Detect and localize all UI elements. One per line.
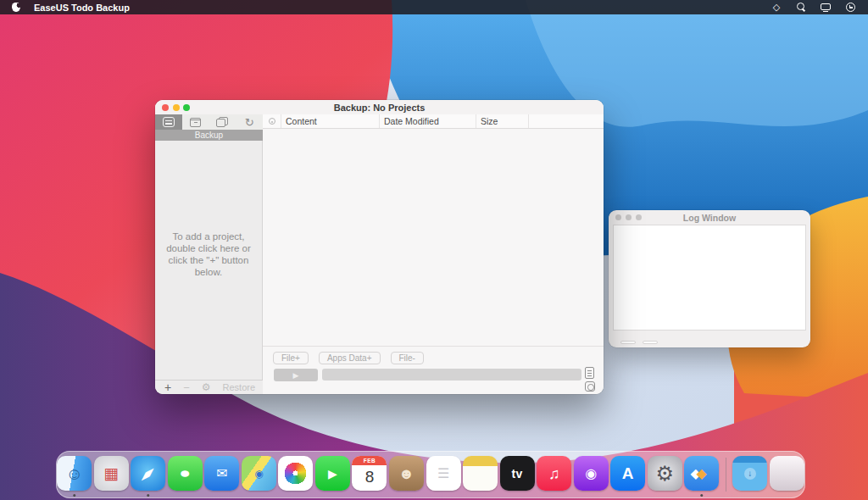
dock-item-mail[interactable]: ✉ [204,451,240,498]
dock-icon[interactable]: ↓ [732,456,767,491]
dock-item-appstore[interactable]: A [610,451,646,498]
log-window: Log Window [609,210,810,347]
dock-item-reminders[interactable]: ☰ [426,451,461,498]
file-plus-button[interactable]: File+ [273,352,309,364]
dock-item-finder[interactable]: ☺ [57,451,92,498]
dock-item-trash[interactable] [770,451,805,498]
log-footer-button[interactable] [643,341,658,344]
apps-data-plus-button[interactable]: Apps Data+ [319,352,381,364]
status-circle-icon [269,118,275,125]
app-glyph-icon: ⚙ [655,464,674,484]
app-glyph-icon: ◆ [697,467,707,481]
content-list-area[interactable] [263,130,604,346]
schedule-clock-icon[interactable] [585,381,595,392]
window-title: Backup: No Projects [334,103,426,113]
dock-item-calendar[interactable]: FEB 8 [352,451,387,498]
status-column-header[interactable] [263,114,281,128]
calendar-day-label: 8 [365,468,375,486]
dock-icon[interactable]: ▶ [315,456,350,491]
dock-item-photos[interactable] [278,451,314,498]
app-glyph-icon: ☺ [66,465,83,482]
settings-gear-icon[interactable]: ⚙ [202,382,211,392]
title-bar[interactable]: Backup: No Projects [155,100,604,114]
log-content-area[interactable] [613,225,806,331]
tab-backup[interactable] [155,114,182,130]
menubar-app-name[interactable]: EaseUS Todo Backup [34,3,130,13]
easeus-diamond-icon[interactable]: ◇ [771,2,782,14]
play-icon: ▶ [293,371,299,380]
dock-item-system-preferences[interactable]: ⚙ [647,451,682,498]
display-icon[interactable] [820,2,832,14]
dock-item-safari[interactable]: ◆ [131,451,166,498]
dock-separator [726,458,726,492]
dock-item-easeus-todo-backup[interactable]: ◆ [684,451,720,498]
dock-icon[interactable]: ◆ [131,456,165,491]
tab-clone[interactable] [209,114,236,130]
app-glyph-icon: ↓ [744,468,756,480]
dock-item-launchpad[interactable]: ▦ [94,451,130,498]
dock-icon[interactable]: A [610,456,645,491]
date-modified-column-header[interactable]: Date Modified [380,114,476,128]
remove-project-button[interactable]: − [183,382,190,393]
log-footer-button[interactable] [620,341,636,344]
add-project-button[interactable]: + [164,381,171,393]
app-glyph-icon: ▶ [328,468,337,480]
close-button[interactable] [162,104,169,111]
dock-item-maps[interactable]: ◉ [242,451,277,498]
dock-item-contacts[interactable]: ☻ [389,451,425,498]
dock-item-notes[interactable] [463,451,498,498]
project-sidebar[interactable]: To add a project, double click here or c… [155,141,263,380]
dock-icon[interactable]: ▦ [94,456,129,491]
app-glyph-icon: ● [179,466,191,481]
dock: ☺ ▦ ◆ [56,451,805,498]
dock-icon[interactable]: ◉ [574,456,609,491]
dock-icon[interactable]: ◉ [242,456,276,491]
dock-icon[interactable]: ✉ [204,456,239,491]
dock-item-messages[interactable]: ● [168,451,203,498]
spotlight-icon[interactable] [795,2,807,14]
content-column-header[interactable]: Content [281,114,380,128]
dock-icon[interactable]: ☺ [57,456,92,491]
dock-icon[interactable]: FEB 8 [352,456,387,491]
dock-icon[interactable]: ● [168,456,203,491]
tab-sync[interactable]: ↻ [236,114,263,130]
minimize-button[interactable] [173,104,180,111]
dock-icon[interactable]: ◆ [684,456,719,491]
spacer-column-header [529,114,604,128]
app-glyph-icon: ◉ [585,467,597,481]
tab-archive[interactable] [182,114,209,130]
sidebar-footer: + − ⚙ Restore [155,380,263,394]
app-glyph-icon: tv [511,468,522,480]
dock-item-downloads[interactable]: ↓ [732,451,768,498]
app-glyph-icon: ✉ [216,467,227,481]
menu-bar: EaseUS Todo Backup ◇ [0,0,868,14]
dock-icon[interactable]: ⚙ [648,456,682,491]
main-window: Backup: No Projects ↻ Backup To add a pr… [155,100,604,394]
dock-icon[interactable]: ☻ [389,456,424,491]
dock-icon[interactable]: ☰ [426,456,461,491]
calendar-month-label: FEB [352,456,387,465]
dock-icon[interactable] [463,456,498,491]
clock-icon[interactable] [844,2,856,14]
apple-menu-icon[interactable] [12,3,20,12]
dock-icon[interactable]: tv [500,456,535,491]
restore-button[interactable]: Restore [223,382,256,392]
toolbar-tabs: ↻ [155,114,263,130]
dock-icon[interactable]: ♫ [537,456,571,491]
dock-item-podcasts[interactable]: ◉ [573,451,609,498]
bottom-panel: File+ Apps Data+ File- ▶ [263,346,604,394]
log-document-icon[interactable] [585,367,594,379]
app-glyph-icon: ◉ [254,469,263,479]
dock-item-tv[interactable]: tv [499,451,535,498]
app-glyph-icon: ◆ [138,463,159,483]
zoom-button[interactable] [183,104,190,111]
dock-item-facetime[interactable]: ▶ [315,451,351,498]
clone-icon [216,117,228,127]
dock-icon[interactable] [278,456,313,491]
dock-icon[interactable] [770,456,804,491]
start-backup-button[interactable]: ▶ [274,369,318,381]
dock-item-music[interactable]: ♫ [537,451,572,498]
app-glyph-icon: ☻ [398,466,415,481]
file-minus-button[interactable]: File- [391,352,424,364]
size-column-header[interactable]: Size [476,114,529,128]
